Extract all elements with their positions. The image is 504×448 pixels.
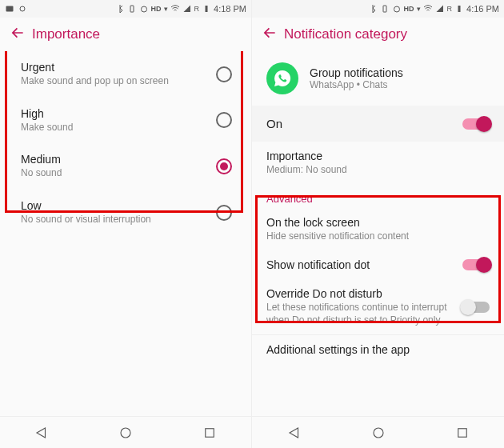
nav-bar [252,416,504,448]
advanced-label: Advanced [252,185,504,208]
svg-rect-4 [206,6,208,12]
bluetooth-icon [368,4,378,14]
hd-indicator: HD [151,5,162,13]
radio-icon [216,66,232,82]
radio-icon [216,205,232,221]
master-toggle-label: On [266,117,462,130]
svg-rect-11 [458,428,466,437]
page-title: Notification category [284,26,407,42]
page-title: Importance [32,26,100,42]
toggle-switch[interactable] [462,302,490,313]
watch-icon [18,4,27,14]
wifi-icon [170,4,180,14]
battery-icon [202,4,211,14]
nav-home-button[interactable] [118,426,133,440]
network-indicator: R [447,5,453,13]
svg-rect-7 [383,6,386,12]
vibrate-icon [127,4,137,14]
option-sub: No sound [21,167,216,180]
importance-row[interactable]: Importance Medium: No sound [252,142,504,185]
option-title: Low [21,199,216,212]
option-sub: No sound or visual interruption [21,214,216,226]
setting-title: Importance [266,150,490,162]
importance-option-high[interactable]: High Make sound [0,98,251,144]
wifi-icon [423,4,433,14]
toggle-switch[interactable] [462,259,490,270]
master-toggle-row[interactable]: On [252,106,504,142]
setting-sub: Let these notifications continue to inte… [266,302,454,326]
svg-rect-2 [130,6,134,12]
importance-list: Urgent Make sound and pop up on screen H… [0,51,251,235]
arrow-left-icon [262,25,278,41]
setting-sub: Medium: No sound [266,164,490,177]
app-bar: Notification category [252,18,504,51]
nav-home-button[interactable] [371,426,386,440]
signal-icon [435,4,445,14]
override-dnd-row[interactable]: Override Do not disturb Let these notifi… [252,279,504,334]
image-icon [5,4,14,14]
nav-bar [0,416,251,448]
toggle-switch[interactable] [462,118,490,130]
arrow-left-icon [10,25,26,41]
svg-rect-9 [458,6,461,12]
clock-text: 4:16 PM [466,4,499,14]
whatsapp-icon [266,62,298,94]
setting-sub: Hide sensitive notification content [266,230,490,243]
category-name: Group notifications [310,66,403,79]
hd-indicator: HD [404,5,414,13]
phone-left: HD ▾ R 4:18 PM Importance Urgent Make so [0,0,252,448]
setting-title: Show notification dot [266,258,454,271]
clock-text: 4:18 PM [214,4,246,14]
svg-point-8 [394,6,399,12]
setting-title: Override Do not disturb [266,287,454,300]
alarm-icon [392,4,402,14]
nav-recent-button[interactable] [455,426,470,440]
nav-back-button[interactable] [34,426,49,440]
option-title: Urgent [21,61,216,74]
vibrate-icon [380,4,390,14]
svg-point-10 [374,428,383,438]
option-title: Medium [21,153,216,166]
option-sub: Make sound and pop up on screen [21,75,216,88]
bluetooth-icon [115,4,125,14]
radio-icon [216,158,232,174]
lockscreen-row[interactable]: On the lock screen Hide sensitive notifi… [252,208,504,251]
setting-title: On the lock screen [266,216,490,229]
option-title: High [21,107,216,120]
importance-option-low[interactable]: Low No sound or visual interruption [0,190,251,236]
category-source: WhatsApp • Chats [310,79,403,90]
svg-rect-6 [205,428,214,437]
phone-right: HD ▾ R 4:16 PM Notification category [252,0,504,448]
status-bar: HD ▾ R 4:16 PM [252,0,504,18]
back-button[interactable] [262,25,284,45]
status-bar: HD ▾ R 4:18 PM [0,0,251,18]
svg-point-3 [141,6,146,12]
svg-rect-0 [6,6,14,12]
svg-point-1 [20,6,25,11]
signal-icon [182,4,192,14]
category-header: Group notifications WhatsApp • Chats [252,51,504,106]
setting-title: Additional settings in the app [266,343,490,356]
app-bar: Importance [0,18,251,51]
nav-recent-button[interactable] [202,426,217,440]
alarm-icon [139,4,149,14]
nav-back-button[interactable] [287,426,302,440]
importance-option-medium[interactable]: Medium No sound [0,143,251,190]
battery-icon [454,4,464,14]
radio-icon [216,112,232,128]
additional-settings-row[interactable]: Additional settings in the app [252,335,504,364]
importance-option-urgent[interactable]: Urgent Make sound and pop up on screen [0,51,251,98]
option-sub: Make sound [21,122,216,134]
back-button[interactable] [10,25,32,45]
svg-point-5 [121,428,130,438]
notification-dot-row[interactable]: Show notification dot [252,250,504,279]
network-indicator: R [194,5,200,13]
